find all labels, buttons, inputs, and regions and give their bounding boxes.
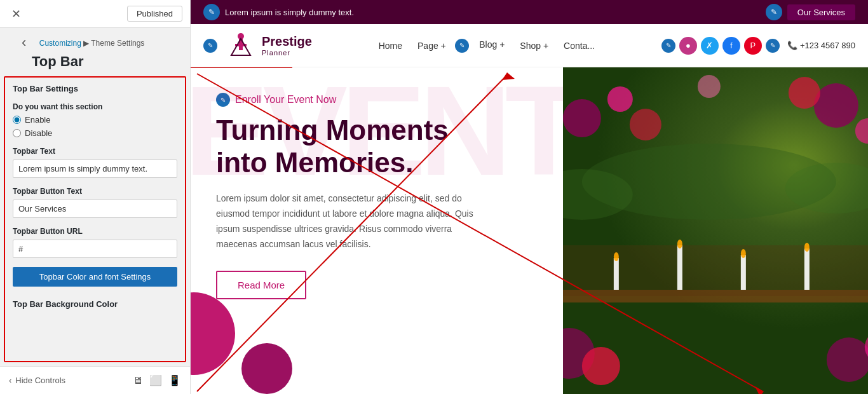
- instagram-link[interactable]: ●: [679, 37, 697, 55]
- panel-topbar: ✕ Published: [0, 0, 190, 28]
- topbar-url-input[interactable]: [13, 240, 177, 258]
- color-font-settings-button[interactable]: Topbar Color and font Settings: [13, 267, 177, 287]
- read-more-button[interactable]: Read More: [216, 271, 306, 299]
- hero-right: [563, 67, 868, 394]
- nav-logo-wrap: ✎ Prestige Planner: [203, 30, 312, 62]
- svg-point-11: [698, 75, 721, 98]
- svg-point-10: [789, 77, 820, 109]
- tablet-view-button[interactable]: ⬜: [149, 374, 162, 386]
- deco-circle-purple: [241, 343, 292, 394]
- panel-title: Top Bar: [22, 52, 180, 76]
- panel-topbar-left: ✕: [8, 6, 25, 22]
- breadcrumb-theme-settings: Theme Settings: [91, 39, 144, 48]
- hero-tagline: Enroll Your Event Now: [235, 94, 336, 105]
- nav-item-contact: Conta...: [557, 40, 601, 51]
- logo-sub: Planner: [262, 49, 312, 57]
- topbar-button-text-group: Topbar Button Text: [13, 187, 177, 218]
- topbar-services-button[interactable]: Our Services: [787, 4, 855, 20]
- color-section-label: Top Bar Background Color: [13, 296, 177, 309]
- published-button[interactable]: Published: [127, 6, 182, 22]
- nav-link-shop[interactable]: Shop +: [513, 37, 555, 55]
- site-nav: ✎ Prestige Planner Home Page + ✎ Blog + …: [191, 24, 868, 67]
- svg-point-18: [614, 252, 619, 261]
- facebook-link[interactable]: f: [722, 37, 740, 55]
- nav-logo-edit-pencil[interactable]: ✎: [203, 39, 217, 53]
- logo-name: Prestige: [262, 34, 312, 49]
- svg-point-23: [582, 347, 620, 385]
- right-preview: ✎ Lorem ipsum is simply dummy text. ✎ Ou…: [191, 0, 868, 394]
- hero-heading: Turning Moments into Memories.: [216, 114, 538, 179]
- hero-heading-line2: into Memories.: [216, 147, 414, 178]
- hero-image-svg: [563, 67, 868, 394]
- section-title-group: Top Bar Settings: [13, 84, 177, 93]
- topbar-marquee-text: Lorem ipsum is simply dummy text.: [225, 8, 354, 17]
- hero-tagline-edit-pencil[interactable]: ✎: [216, 93, 230, 107]
- disable-radio-item[interactable]: Disable: [13, 128, 177, 138]
- breadcrumb: Customizing ▶ Theme Settings: [29, 32, 155, 49]
- color-font-btn-group: Topbar Color and font Settings: [13, 267, 177, 287]
- mobile-view-button[interactable]: 📱: [168, 374, 181, 386]
- svg-point-21: [804, 243, 810, 252]
- nav-link-contact[interactable]: Conta...: [557, 37, 601, 55]
- site-hero: EVENT ✎ Enroll Your Event Now Turning Mo…: [191, 67, 868, 394]
- svg-rect-15: [677, 245, 682, 290]
- topbar-text-input[interactable]: [13, 160, 177, 178]
- topbar-btn-edit-pencil[interactable]: ✎: [766, 4, 782, 20]
- topbar-edit-pencil[interactable]: ✎: [203, 4, 220, 20]
- breadcrumb-separator: ▶: [81, 39, 91, 48]
- topbar-url-group: Topbar Button URL: [13, 227, 177, 258]
- left-panel: ✕ Published ‹ Customizing ▶ Theme Settin…: [0, 0, 191, 394]
- disable-label: Disable: [25, 128, 52, 138]
- section-title-text: Top Bar Settings: [13, 84, 177, 93]
- hide-controls-label: Hide Controls: [15, 376, 65, 385]
- enable-label: Enable: [25, 115, 50, 125]
- svg-point-7: [630, 109, 661, 140]
- nav-item-blog: ✎ Blog +: [455, 39, 512, 53]
- nav-blog-edit-pencil[interactable]: ✎: [455, 39, 469, 53]
- svg-point-20: [741, 249, 746, 258]
- nav-link-home[interactable]: Home: [372, 37, 409, 55]
- pinterest-link[interactable]: P: [744, 37, 762, 55]
- section-visibility-group: Do you want this section Enable Disable: [13, 102, 177, 138]
- site-topbar: ✎ Lorem ipsum is simply dummy text. ✎ Ou…: [191, 0, 868, 24]
- desktop-view-button[interactable]: 🖥: [133, 374, 143, 386]
- topbar-text-group: Topbar Text: [13, 147, 177, 178]
- nav-item-home: Home: [372, 40, 409, 51]
- nav-phone-edit-pencil[interactable]: ✎: [766, 39, 780, 53]
- logo-svg: [225, 30, 257, 62]
- radio-group: Enable Disable: [13, 115, 177, 138]
- breadcrumb-customizing[interactable]: Customizing: [39, 39, 81, 48]
- disable-radio[interactable]: [13, 129, 21, 137]
- panel-settings-content: Top Bar Settings Do you want this sectio…: [4, 76, 186, 362]
- nav-item-page: Page +: [411, 40, 452, 51]
- topbar-url-label: Topbar Button URL: [13, 227, 177, 236]
- topbar-button-text-input[interactable]: [13, 200, 177, 218]
- svg-point-19: [677, 240, 682, 248]
- svg-rect-14: [614, 258, 619, 290]
- hide-controls-button[interactable]: ‹ Hide Controls: [9, 376, 65, 385]
- chevron-left-icon: ‹: [9, 376, 11, 385]
- enable-radio[interactable]: [13, 116, 21, 124]
- topbar-text-label: Topbar Text: [13, 147, 177, 156]
- color-section-group: Top Bar Background Color: [13, 296, 177, 309]
- nav-link-page[interactable]: Page +: [411, 37, 452, 55]
- close-button[interactable]: ✕: [8, 6, 25, 22]
- deco-circle-pink: [191, 292, 235, 375]
- enable-radio-item[interactable]: Enable: [13, 115, 177, 125]
- svg-rect-17: [804, 248, 810, 290]
- svg-point-8: [814, 83, 858, 128]
- hero-bg-image: [563, 67, 868, 394]
- svg-point-6: [607, 86, 633, 112]
- nav-link-blog[interactable]: Blog +: [473, 36, 511, 53]
- back-button[interactable]: ‹: [22, 34, 26, 51]
- hero-description: Lorem ipsum dolor sit amet, consectetur …: [216, 191, 483, 252]
- hero-heading-line1: Turning Moments: [216, 114, 449, 146]
- panel-footer: ‹ Hide Controls 🖥 ⬜ 📱: [0, 366, 190, 394]
- view-icons-group: 🖥 ⬜ 📱: [133, 374, 181, 386]
- svg-point-5: [563, 99, 601, 137]
- logo-text-wrap: Prestige Planner: [262, 34, 312, 57]
- twitter-link[interactable]: ✗: [701, 37, 719, 55]
- nav-menu: Home Page + ✎ Blog + Shop + Conta...: [372, 39, 601, 53]
- phone-icon: 📞: [787, 41, 797, 50]
- nav-social-edit-pencil[interactable]: ✎: [661, 39, 675, 53]
